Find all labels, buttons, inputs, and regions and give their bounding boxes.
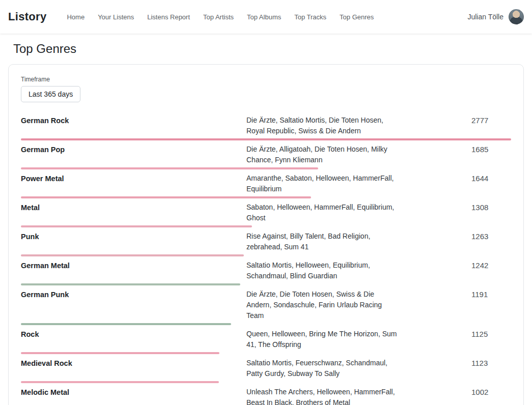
genre-artists: Amaranthe, Sabaton, Helloween, HammerFal… bbox=[246, 173, 400, 194]
page-content: Top Genres Timeframe Last 365 days Germa… bbox=[0, 42, 532, 405]
genre-artists: Saltatio Mortis, Feuerschwanz, Schandmau… bbox=[246, 358, 400, 379]
genre-name: German Rock bbox=[21, 115, 246, 136]
genre-count: 1125 bbox=[471, 329, 511, 350]
genre-count: 1308 bbox=[471, 202, 511, 223]
genre-name: Rock bbox=[21, 329, 246, 350]
genre-bar bbox=[21, 225, 252, 227]
page-title: Top Genres bbox=[13, 42, 524, 56]
genre-count: 1123 bbox=[471, 358, 511, 379]
genre-count: 1002 bbox=[471, 387, 511, 405]
genre-row: Punk Rise Against, Billy Talent, Bad Rel… bbox=[21, 228, 511, 257]
genre-name: Metal bbox=[21, 202, 246, 223]
genre-row: Power Metal Amaranthe, Sabaton, Hellowee… bbox=[21, 170, 511, 199]
genre-row: German Punk Die Ärzte, Die Toten Hosen, … bbox=[21, 286, 511, 326]
genre-count: 1191 bbox=[471, 289, 511, 321]
genre-bar bbox=[21, 352, 219, 354]
nav-link-top-artists[interactable]: Top Artists bbox=[203, 13, 234, 21]
genre-bar bbox=[21, 138, 511, 140]
genre-row: Metal Sabaton, Helloween, HammerFall, Eq… bbox=[21, 199, 511, 228]
genre-bar bbox=[21, 323, 231, 325]
nav-link-top-tracks[interactable]: Top Tracks bbox=[294, 13, 326, 21]
genre-artists: Die Ärzte, Saltatio Mortis, Die Toten Ho… bbox=[246, 115, 400, 136]
navbar: Listory Home Your Listens Listens Report… bbox=[0, 0, 532, 34]
genre-name: Melodic Metal bbox=[21, 387, 246, 405]
genre-row: German Metal Saltatio Mortis, Helloween,… bbox=[21, 257, 511, 286]
genre-name: Power Metal bbox=[21, 173, 246, 194]
genre-row: Melodic Metal Unleash The Archers, Hello… bbox=[21, 384, 511, 405]
genre-artists: Rise Against, Billy Talent, Bad Religion… bbox=[246, 231, 400, 252]
nav-link-home[interactable]: Home bbox=[67, 13, 85, 21]
genre-bar bbox=[21, 283, 240, 285]
genre-row: German Rock Die Ärzte, Saltatio Mortis, … bbox=[21, 112, 511, 141]
genre-artists: Sabaton, Helloween, HammerFall, Equilibr… bbox=[246, 202, 400, 223]
nav-links: Home Your Listens Listens Report Top Art… bbox=[67, 13, 374, 21]
brand-logo[interactable]: Listory bbox=[8, 10, 46, 23]
user-avatar[interactable] bbox=[509, 9, 524, 24]
timeframe-select-button[interactable]: Last 365 days bbox=[21, 86, 80, 102]
genre-artists: Saltatio Mortis, Helloween, Equilibrium,… bbox=[246, 260, 400, 281]
timeframe-label: Timeframe bbox=[21, 76, 511, 83]
genre-name: German Punk bbox=[21, 289, 246, 321]
genre-name: Punk bbox=[21, 231, 246, 252]
genre-name: German Pop bbox=[21, 144, 246, 165]
genre-name: German Metal bbox=[21, 260, 246, 281]
genre-row: Medieval Rock Saltatio Mortis, Feuerschw… bbox=[21, 355, 511, 384]
genre-list: German Rock Die Ärzte, Saltatio Mortis, … bbox=[21, 112, 511, 405]
nav-link-top-albums[interactable]: Top Albums bbox=[247, 13, 281, 21]
genre-bar bbox=[21, 196, 311, 198]
genre-count: 1644 bbox=[471, 173, 511, 194]
genre-count: 2777 bbox=[471, 115, 511, 136]
nav-link-top-genres[interactable]: Top Genres bbox=[340, 13, 374, 21]
genre-bar bbox=[21, 381, 219, 383]
genre-count: 1263 bbox=[471, 231, 511, 252]
genre-bar bbox=[21, 167, 318, 169]
nav-link-listens-report[interactable]: Listens Report bbox=[147, 13, 190, 21]
genre-artists: Die Ärzte, Die Toten Hosen, Swiss & Die … bbox=[246, 289, 400, 321]
genre-count: 1685 bbox=[471, 144, 511, 165]
genre-row: German Pop Die Ärzte, Alligatoah, Die To… bbox=[21, 141, 511, 170]
genre-artists: Die Ärzte, Alligatoah, Die Toten Hosen, … bbox=[246, 144, 400, 165]
genre-row: Rock Queen, Helloween, Bring Me The Hori… bbox=[21, 326, 511, 355]
genre-artists: Queen, Helloween, Bring Me The Horizon, … bbox=[246, 329, 400, 350]
navbar-user-area: Julian Tölle bbox=[467, 9, 524, 24]
genre-name: Medieval Rock bbox=[21, 358, 246, 379]
top-genres-card: Timeframe Last 365 days German Rock Die … bbox=[8, 64, 524, 405]
nav-link-your-listens[interactable]: Your Listens bbox=[98, 13, 134, 21]
user-name[interactable]: Julian Tölle bbox=[467, 13, 503, 21]
genre-count: 1242 bbox=[471, 260, 511, 281]
genre-bar bbox=[21, 254, 244, 256]
genre-artists: Unleash The Archers, Helloween, HammerFa… bbox=[246, 387, 400, 405]
